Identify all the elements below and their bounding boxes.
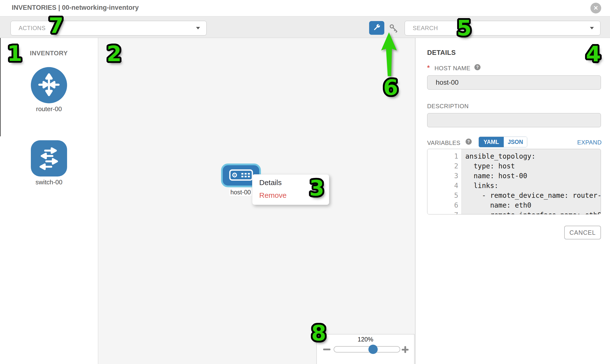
zoom-slider-track[interactable]: [334, 346, 400, 352]
key-icon: [389, 24, 399, 34]
variables-label: VARIABLES: [427, 140, 460, 146]
annotation-5: 5: [456, 15, 471, 41]
annotation-2: 2: [106, 41, 121, 66]
search-dropdown-label: SEARCH: [413, 25, 438, 32]
host-name-label: HOST NAME: [434, 65, 470, 72]
tools-button[interactable]: [369, 21, 384, 35]
annotation-3: 3: [309, 176, 324, 201]
code-line: name: host-00: [465, 171, 527, 181]
actions-dropdown-label: ACTIONS: [19, 25, 46, 32]
chevron-down-icon: [196, 27, 200, 29]
line-number: 1: [427, 152, 458, 161]
sidebar-item-router-label: router-00: [12, 105, 86, 113]
zoom-out-button[interactable]: [323, 349, 330, 350]
code-line: type: host: [465, 161, 515, 171]
close-button[interactable]: ✕: [590, 3, 601, 13]
toggle-json[interactable]: JSON: [504, 137, 527, 147]
description-input[interactable]: [427, 113, 601, 127]
inventory-heading: INVENTORY: [30, 50, 68, 57]
zoom-level-value: 120%: [317, 336, 414, 343]
router-icon: [35, 70, 63, 100]
description-label: DESCRIPTION: [427, 103, 469, 110]
line-number: 7: [427, 210, 458, 214]
zoom-control: 120%: [316, 334, 415, 364]
sidebar-item-router[interactable]: [31, 67, 67, 103]
cancel-button[interactable]: CANCEL: [564, 226, 601, 239]
help-icon[interactable]: ?: [474, 64, 480, 70]
annotation-6: 6: [383, 75, 398, 100]
line-number: 5: [427, 191, 458, 200]
annotation-1: 1: [7, 41, 22, 66]
line-number: 2: [427, 161, 458, 171]
line-number: 6: [427, 200, 458, 210]
variables-code-editor[interactable]: 1 ansible_topology: 2 type: host 3 name:…: [427, 149, 601, 214]
details-heading: DETAILS: [427, 49, 456, 57]
sidebar-item-switch[interactable]: [31, 140, 67, 177]
host-node-label: host-00: [230, 188, 252, 196]
chevron-down-icon: [590, 27, 594, 29]
expand-link[interactable]: EXPAND: [577, 139, 602, 146]
switch-icon: [35, 144, 63, 173]
line-number: 4: [427, 181, 458, 191]
code-line: name: eth0: [465, 200, 532, 210]
annotation-4: 4: [586, 41, 601, 66]
code-line: - remote_device_name: router-00: [465, 191, 601, 200]
line-number: 3: [427, 171, 458, 181]
host-name-input[interactable]: [427, 75, 601, 90]
actions-dropdown[interactable]: ACTIONS: [11, 21, 207, 36]
zoom-in-button[interactable]: [402, 346, 409, 353]
context-menu-item-remove[interactable]: Remove: [259, 191, 287, 199]
code-line: ansible_topology:: [465, 152, 536, 161]
toggle-yaml[interactable]: YAML: [479, 137, 504, 147]
variables-format-toggle: YAML JSON: [479, 137, 527, 147]
key-button[interactable]: [389, 24, 400, 34]
code-line: remote_interface_name: eth0: [465, 210, 601, 214]
inventory-topology-page: INVENTORIES | 00-networking-inventory ✕ …: [0, 0, 610, 364]
annotation-8: 8: [311, 320, 326, 346]
close-icon: ✕: [593, 5, 598, 12]
annotation-7: 7: [49, 13, 63, 38]
page-title: INVENTORIES | 00-networking-inventory: [12, 4, 139, 12]
host-icon: [229, 169, 253, 182]
zoom-slider-thumb[interactable]: [368, 345, 378, 354]
required-asterisk: *: [427, 64, 430, 72]
help-icon[interactable]: ?: [466, 139, 472, 145]
code-line: links:: [465, 181, 498, 191]
sidebar-edge-divider: [0, 38, 1, 136]
context-menu-item-details[interactable]: Details: [259, 179, 282, 187]
search-dropdown[interactable]: SEARCH: [405, 21, 600, 36]
sidebar-item-switch-label: switch-00: [12, 179, 86, 186]
wrench-icon: [373, 23, 381, 33]
